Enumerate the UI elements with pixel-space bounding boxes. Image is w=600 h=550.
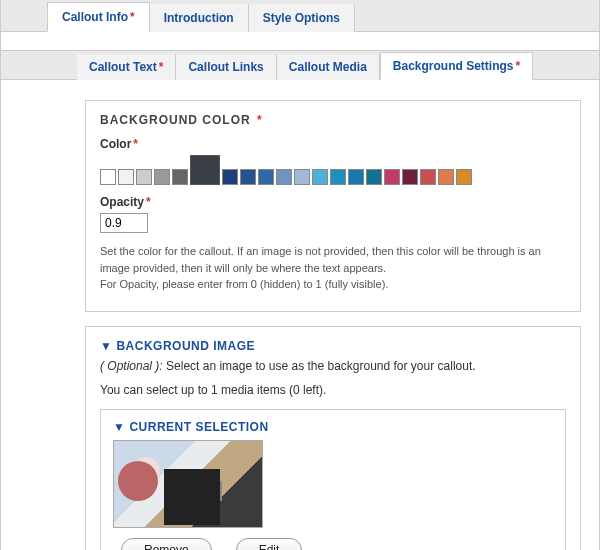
tab-label: Introduction (164, 11, 234, 25)
section-title-text: BACKGROUND IMAGE (116, 339, 255, 353)
disclosure-triangle-icon: ▼ (100, 339, 112, 353)
current-selection-box: ▼CURRENT SELECTION Remove Edit (100, 409, 566, 551)
color-swatch[interactable] (312, 169, 328, 185)
color-swatch[interactable] (330, 169, 346, 185)
color-swatch[interactable] (384, 169, 400, 185)
help-line-2: For Opacity, please enter from 0 (hidden… (100, 278, 388, 290)
background-image-section: ▼BACKGROUND IMAGE ( Optional ): Select a… (85, 326, 581, 551)
opacity-label: Opacity* (100, 195, 566, 209)
disclosure-triangle-icon: ▼ (113, 420, 125, 434)
tab-background-settings[interactable]: Background Settings* (380, 52, 533, 80)
background-color-section: BACKGROUND COLOR * Color* Opacity* Set t… (85, 100, 581, 312)
color-swatch[interactable] (456, 169, 472, 185)
tab-callout-text[interactable]: Callout Text* (77, 54, 176, 80)
tab-label: Callout Links (188, 60, 263, 74)
tab-callout-media[interactable]: Callout Media (277, 54, 380, 80)
optional-prefix: ( Optional ): (100, 359, 163, 373)
opacity-label-text: Opacity (100, 195, 144, 209)
remove-button[interactable]: Remove (121, 538, 212, 551)
tab-label: Callout Info (62, 10, 128, 24)
opacity-input[interactable] (100, 213, 148, 233)
section-title-text: BACKGROUND COLOR (100, 113, 251, 127)
color-swatch[interactable] (420, 169, 436, 185)
optional-text: Select an image to use as the background… (166, 359, 476, 373)
color-swatch[interactable] (154, 169, 170, 185)
required-star: * (516, 59, 521, 73)
tab-callout-links[interactable]: Callout Links (176, 54, 276, 80)
tab-style-options[interactable]: Style Options (249, 4, 355, 32)
tab-label: Background Settings (393, 59, 514, 73)
media-limit-text: You can select up to 1 media items (0 le… (100, 383, 566, 397)
required-star: * (146, 195, 151, 209)
color-swatch[interactable] (222, 169, 238, 185)
color-label-text: Color (100, 137, 131, 151)
color-swatch[interactable] (100, 169, 116, 185)
tab-label: Style Options (263, 11, 340, 25)
bg-image-optional-text: ( Optional ): Select an image to use as … (100, 359, 566, 373)
edit-button[interactable]: Edit (236, 538, 303, 551)
color-swatch[interactable] (366, 169, 382, 185)
top-tabstrip: Callout Info* Introduction Style Options (1, 0, 599, 32)
color-swatch[interactable] (258, 169, 274, 185)
color-swatch[interactable] (240, 169, 256, 185)
required-star: * (159, 60, 164, 74)
color-swatch[interactable] (190, 155, 220, 185)
color-swatch[interactable] (348, 169, 364, 185)
color-swatch[interactable] (136, 169, 152, 185)
tab-label: Callout Media (289, 60, 367, 74)
color-label: Color* (100, 137, 566, 151)
current-selection-toggle[interactable]: ▼CURRENT SELECTION (113, 420, 553, 434)
required-star: * (130, 10, 135, 24)
color-swatch[interactable] (118, 169, 134, 185)
color-swatch[interactable] (438, 169, 454, 185)
tab-label: Callout Text (89, 60, 157, 74)
media-thumbnail[interactable] (113, 440, 263, 528)
required-star: * (133, 137, 138, 151)
color-swatch[interactable] (172, 169, 188, 185)
section-title: BACKGROUND COLOR * (100, 113, 566, 127)
current-selection-title: CURRENT SELECTION (129, 420, 268, 434)
tab-introduction[interactable]: Introduction (150, 4, 249, 32)
required-star: * (257, 113, 263, 127)
help-text: Set the color for the callout. If an ima… (100, 243, 566, 293)
bg-image-toggle[interactable]: ▼BACKGROUND IMAGE (100, 339, 566, 353)
sub-tabstrip: Callout Text* Callout Links Callout Medi… (1, 50, 599, 80)
help-line-1: Set the color for the callout. If an ima… (100, 245, 541, 274)
tab-callout-info[interactable]: Callout Info* (47, 2, 150, 32)
color-swatch[interactable] (294, 169, 310, 185)
color-swatch[interactable] (402, 169, 418, 185)
color-swatch-row (100, 155, 566, 185)
color-swatch[interactable] (276, 169, 292, 185)
